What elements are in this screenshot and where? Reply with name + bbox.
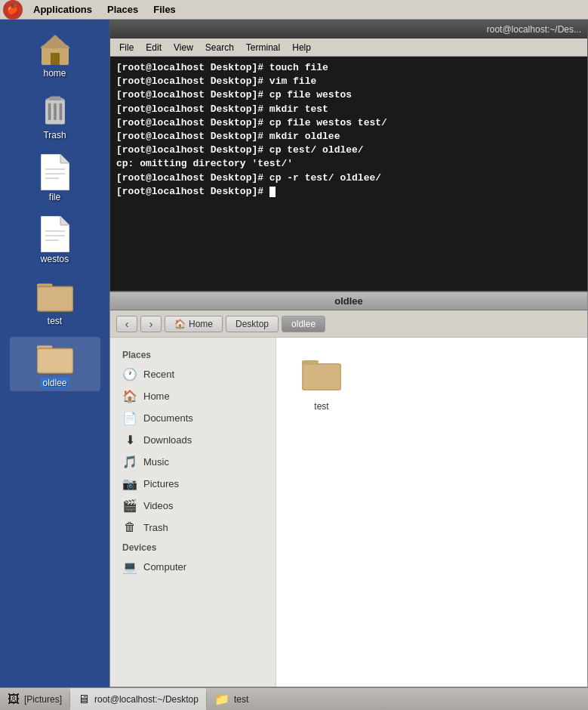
desktop-icon-westos[interactable]: westos [10,213,100,267]
breadcrumb-oldlee[interactable]: oldlee [282,316,325,332]
svg-rect-29 [303,365,340,389]
filemanager-window: oldlee ‹ › 🏠 Home Desktop oldlee Places … [109,292,588,687]
terminal-line: [root@localhost Desktop]# cp file westos… [116,116,581,130]
test-folder-icon [37,278,73,314]
computer-label: Computer [143,561,186,573]
svg-rect-2 [51,53,60,65]
home-bc-label: Home [189,319,213,329]
apple-icon: 🍎 [7,4,19,15]
terminal-line: cp: omitting directory 'test/' [116,157,581,171]
terminal-window: root@localhost:~/Des... File Edit View S… [109,20,588,292]
devices-section-title: Devices [110,538,276,556]
downloads-icon: ⬇ [122,433,137,447]
pictures-label: Pictures [143,478,179,489]
trash-icon [37,92,73,128]
fm-body: Places 🕐 Recent 🏠 Home 📄 Documents ⬇ Dow… [110,338,587,687]
menu-files[interactable]: Files [146,2,183,17]
trash-label: Trash [43,130,66,140]
terminal-menu-edit[interactable]: Edit [140,41,168,54]
breadcrumb-home[interactable]: 🏠 Home [165,316,223,332]
desktop-bc-label: Desktop [236,319,269,329]
desktop-icon-home[interactable]: home [10,27,100,82]
fm-folder-test[interactable]: test [291,353,352,416]
terminal-line: [root@localhost Desktop]# vim file [116,75,581,88]
terminal-menu-view[interactable]: View [168,41,199,54]
terminal-menu-search[interactable]: Search [199,41,240,54]
sidebar-item-recent[interactable]: 🕐 Recent [110,363,276,385]
taskbar-fm-icon: 📁 [214,692,229,706]
documents-label: Documents [143,412,193,424]
terminal-menu-help[interactable]: Help [286,41,317,54]
terminal-content[interactable]: [root@localhost Desktop]# touch file[roo… [110,57,587,291]
breadcrumb-desktop[interactable]: Desktop [226,316,279,332]
desktop-icon-oldlee[interactable]: oldlee [10,337,100,391]
terminal-menu-terminal[interactable]: Terminal [240,41,286,54]
sidebar-item-documents[interactable]: 📄 Documents [110,407,276,429]
westos-label: westos [41,254,69,264]
svg-marker-1 [40,35,70,48]
test-folder-fm-icon [302,357,341,398]
taskbar-fm[interactable]: 📁 test [207,688,256,710]
sidebar-item-home[interactable]: 🏠 Home [110,385,276,407]
terminal-cursor [269,187,276,197]
nav-forward-button[interactable]: › [140,316,162,332]
sidebar-item-music[interactable]: 🎵 Music [110,451,276,473]
terminal-menubar: File Edit View Search Terminal Help [110,39,587,57]
terminal-line: [root@localhost Desktop]# cp -r test/ ol… [116,171,581,185]
fm-titlebar: oldlee [110,292,587,310]
apple-logo[interactable]: 🍎 [3,0,23,20]
svg-rect-6 [54,103,57,120]
taskbar-terminal-label: root@localhost:~/Desktop [94,694,199,705]
westos-icon [37,216,73,252]
desktop-sidebar: home Trash file [0,20,109,687]
svg-rect-26 [38,350,71,372]
test-folder-fm-label: test [314,401,328,412]
svg-marker-10 [60,154,69,163]
desktop-icon-file[interactable]: file [10,151,100,205]
recent-label: Recent [143,369,174,380]
nav-back-button[interactable]: ‹ [116,316,137,332]
file-icon [37,154,73,190]
desktop-icon-trash[interactable]: Trash [10,89,100,144]
terminal-line: [root@localhost Desktop]# mkdir test [116,103,581,116]
computer-icon: 💻 [122,560,137,574]
videos-icon: 🎬 [122,499,137,513]
terminal-line: [root@localhost Desktop]# cp file westos [116,88,581,102]
terminal-line: [root@localhost Desktop]# touch file [116,61,581,75]
home-label: home [43,68,66,79]
sidebar-item-pictures[interactable]: 📷 Pictures [110,473,276,495]
fm-content: test [276,338,587,687]
terminal-titlebar: root@localhost:~/Des... [110,20,587,39]
terminal-menu-file[interactable]: File [113,41,140,54]
home-bc-icon: 🏠 [174,319,186,329]
terminal-title: root@localhost:~/Des... [487,24,581,35]
oldlee-bc-label: oldlee [291,319,316,329]
music-icon: 🎵 [122,455,137,469]
sidebar-item-trash[interactable]: 🗑 Trash [110,517,276,538]
file-label: file [49,192,60,202]
taskbar-pictures-icon: 🖼 [8,693,20,706]
pictures-icon: 📷 [122,477,137,491]
downloads-label: Downloads [143,434,192,446]
home-sidebar-icon: 🏠 [122,389,137,403]
documents-icon: 📄 [122,411,137,425]
svg-marker-15 [60,216,69,225]
svg-rect-22 [38,288,71,310]
menu-applications[interactable]: Applications [26,2,100,17]
svg-rect-5 [48,103,51,120]
taskbar-terminal[interactable]: 🖥 root@localhost:~/Desktop [70,688,206,710]
test-folder-label: test [48,316,62,326]
sidebar-item-videos[interactable]: 🎬 Videos [110,495,276,517]
taskbar-pictures[interactable]: 🖼 [Pictures] [0,688,69,710]
top-menubar: 🍎 Applications Places Files [0,0,588,20]
terminal-line: [root@localhost Desktop]# [116,185,581,199]
taskbar-fm-label: test [234,694,248,705]
places-section-title: Places [110,345,276,363]
menu-places[interactable]: Places [100,2,146,17]
sidebar-item-computer[interactable]: 💻 Computer [110,556,276,578]
svg-rect-8 [49,97,60,101]
fm-sidebar: Places 🕐 Recent 🏠 Home 📄 Documents ⬇ Dow… [110,338,276,687]
home-sidebar-label: Home [143,390,170,402]
desktop-icon-test[interactable]: test [10,275,100,329]
sidebar-item-downloads[interactable]: ⬇ Downloads [110,429,276,451]
